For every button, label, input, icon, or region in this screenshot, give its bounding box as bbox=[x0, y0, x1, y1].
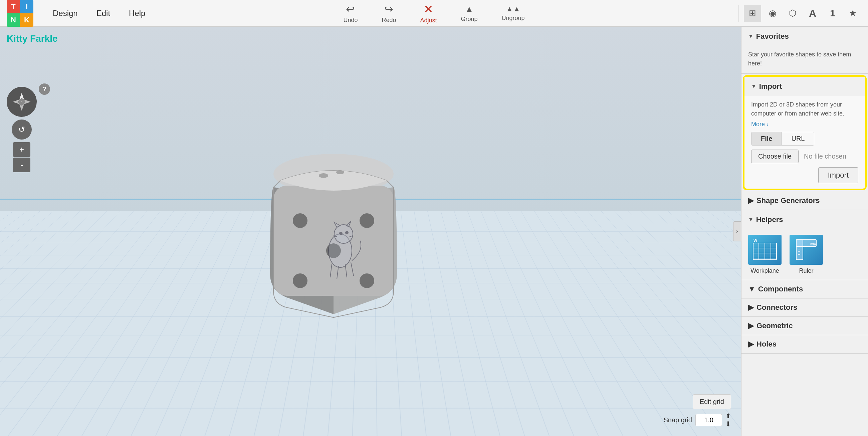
edit-grid-button[interactable]: Edit grid bbox=[693, 394, 731, 409]
nav-design[interactable]: Design bbox=[43, 0, 87, 27]
redo-icon: ↪ bbox=[384, 3, 393, 15]
favorites-arrow: ▼ bbox=[748, 33, 753, 39]
import-header[interactable]: ▼ Import bbox=[744, 77, 865, 96]
zoom-controls: + - bbox=[13, 142, 30, 172]
workplane-item[interactable]: W Workplane bbox=[748, 235, 781, 274]
nav-menu: Design Edit Help bbox=[43, 0, 155, 27]
favorites-body: Star your favorite shapes to save them h… bbox=[741, 46, 868, 73]
toolbar-center: ↩ Undo ↪ Redo ✕ Adjust ▲ Group ▲▲ Ungrou… bbox=[338, 0, 530, 27]
holes-title: Holes bbox=[756, 340, 777, 348]
connectors-arrow: ▶ bbox=[748, 303, 754, 312]
import-tab-file[interactable]: File bbox=[751, 132, 782, 145]
3d-box-icon[interactable]: ◉ bbox=[764, 5, 781, 22]
grid-view-icon[interactable]: ⊞ bbox=[744, 5, 761, 22]
svg-text:W: W bbox=[753, 238, 757, 243]
zoom-in-button[interactable]: + bbox=[13, 142, 30, 157]
shape-generators-arrow: ▶ bbox=[748, 196, 754, 205]
favorites-header[interactable]: ▼ Favorites bbox=[741, 27, 868, 46]
geometric-section[interactable]: ▶ Geometric bbox=[741, 317, 868, 335]
dice-model bbox=[234, 134, 434, 329]
components-title: Components bbox=[758, 285, 803, 293]
undo-button[interactable]: ↩ Undo bbox=[338, 0, 363, 26]
svg-point-24 bbox=[345, 231, 348, 234]
adjust-button[interactable]: ✕ Adjust bbox=[415, 0, 442, 27]
topbar: T I N K Design Edit Help ↩ Undo ↪ Redo ✕… bbox=[0, 0, 868, 27]
ungroup-icon: ▲▲ bbox=[506, 5, 521, 13]
favorites-title: Favorites bbox=[756, 32, 789, 41]
snap-grid-stepper[interactable]: ⬆⬇ bbox=[725, 412, 731, 428]
canvas-area[interactable]: Kitty Farkle ⌂ ? ↺ + bbox=[0, 27, 741, 436]
svg-text:mm: mm bbox=[810, 242, 816, 246]
file-chooser-row: Choose file No file chosen bbox=[751, 150, 858, 163]
help-button[interactable]: ? bbox=[39, 84, 50, 95]
logo-cell-t: T bbox=[7, 0, 20, 13]
import-section: ▼ Import Import 2D or 3D shapes from you… bbox=[743, 75, 867, 190]
sidebar-collapse-button[interactable]: › bbox=[733, 221, 741, 241]
helpers-header[interactable]: ▼ Helpers bbox=[741, 210, 868, 229]
logo-cell-i: I bbox=[20, 0, 33, 13]
svg-point-23 bbox=[340, 232, 342, 235]
nav-edit[interactable]: Edit bbox=[87, 0, 120, 27]
undo-icon: ↩ bbox=[346, 3, 355, 15]
letter-a-icon[interactable]: A bbox=[804, 5, 821, 22]
snap-grid-input[interactable] bbox=[695, 414, 722, 426]
main-area: Kitty Farkle ⌂ ? ↺ + bbox=[0, 27, 868, 436]
snap-grid-area: Snap grid ⬆⬇ bbox=[663, 412, 731, 428]
undo-label: Undo bbox=[343, 17, 358, 24]
geometric-arrow: ▶ bbox=[748, 321, 754, 330]
ruler-label: Ruler bbox=[799, 268, 813, 274]
svg-point-11 bbox=[293, 273, 307, 288]
shape-generators-section[interactable]: ▶ Shape Generators bbox=[741, 192, 868, 210]
rotate-control[interactable]: ↺ bbox=[12, 120, 32, 139]
snap-grid-label: Snap grid bbox=[663, 416, 692, 424]
import-tab-url[interactable]: URL bbox=[782, 132, 814, 145]
group-icon: ▲ bbox=[465, 4, 474, 14]
import-arrow: ▼ bbox=[751, 84, 756, 90]
logo-cell-n: N bbox=[7, 13, 20, 27]
holes-section[interactable]: ▶ Holes bbox=[741, 335, 868, 353]
ungroup-button[interactable]: ▲▲ Ungroup bbox=[496, 2, 530, 24]
svg-point-13 bbox=[319, 173, 328, 178]
helpers-arrow: ▼ bbox=[748, 217, 753, 223]
svg-point-14 bbox=[336, 170, 344, 174]
favorites-section: ▼ Favorites Star your favorite shapes to… bbox=[741, 27, 868, 74]
adjust-label: Adjust bbox=[420, 17, 437, 24]
workplane-label: Workplane bbox=[750, 268, 779, 274]
components-arrow: ▼ bbox=[748, 285, 755, 293]
svg-point-8 bbox=[293, 213, 307, 228]
ruler-item[interactable]: mm Ruler bbox=[789, 235, 823, 274]
workplane-icon: W bbox=[748, 235, 781, 265]
svg-point-9 bbox=[360, 213, 374, 228]
right-sidebar: ▼ Favorites Star your favorite shapes to… bbox=[741, 27, 868, 436]
nav-help[interactable]: Help bbox=[120, 0, 155, 27]
components-section[interactable]: ▼ Components bbox=[741, 280, 868, 299]
zoom-out-button[interactable]: - bbox=[13, 158, 30, 172]
import-more-link[interactable]: More › bbox=[751, 121, 769, 127]
import-button[interactable]: Import bbox=[818, 167, 858, 183]
number-1-icon[interactable]: 1 bbox=[824, 5, 841, 22]
topbar-icons: ⊞ ◉ ⬡ A 1 ★ bbox=[738, 5, 861, 22]
svg-text:⌂: ⌂ bbox=[21, 100, 23, 104]
no-file-label: No file chosen bbox=[804, 153, 846, 160]
tinkercad-logo[interactable]: T I N K bbox=[7, 0, 33, 27]
group-button[interactable]: ▲ Group bbox=[456, 1, 483, 25]
shape-icon[interactable]: ⬡ bbox=[784, 5, 801, 22]
svg-point-12 bbox=[360, 273, 374, 288]
helpers-grid: W Workplane bbox=[741, 229, 868, 280]
project-title: Kitty Farkle bbox=[7, 33, 58, 44]
connectors-section[interactable]: ▶ Connectors bbox=[741, 299, 868, 317]
import-body: Import 2D or 3D shapes from your compute… bbox=[744, 96, 865, 189]
geometric-title: Geometric bbox=[756, 321, 793, 330]
helpers-section: ▼ Helpers W bbox=[741, 210, 868, 280]
shape-generators-title: Shape Generators bbox=[756, 196, 820, 205]
redo-button[interactable]: ↪ Redo bbox=[376, 0, 401, 26]
favorites-description: Star your favorite shapes to save them h… bbox=[748, 50, 861, 68]
ungroup-label: Ungroup bbox=[502, 15, 525, 22]
compass-control[interactable]: ⌂ bbox=[7, 87, 37, 117]
ruler-icon: mm bbox=[789, 235, 823, 265]
logo-cell-k: K bbox=[20, 13, 33, 27]
star-icon[interactable]: ★ bbox=[844, 5, 861, 22]
dice-svg bbox=[234, 134, 434, 328]
group-label: Group bbox=[461, 16, 478, 23]
choose-file-button[interactable]: Choose file bbox=[751, 150, 799, 163]
